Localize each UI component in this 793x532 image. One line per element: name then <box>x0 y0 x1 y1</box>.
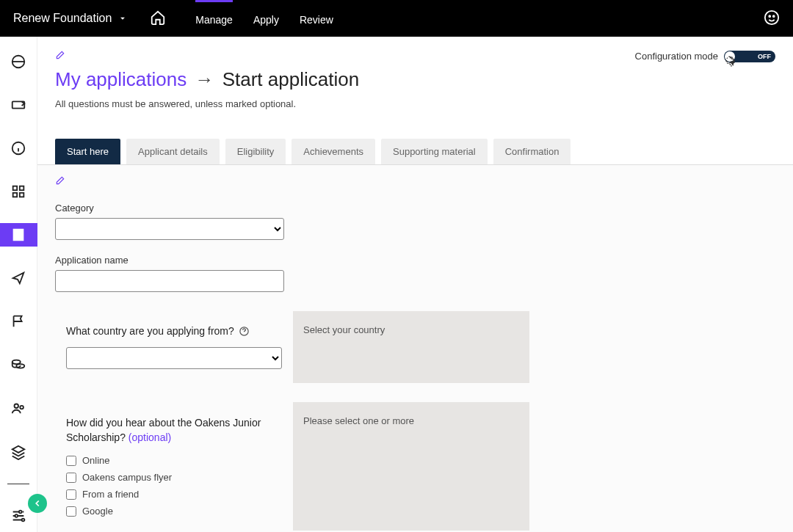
top-bar: Renew Foundation Manage Apply Review <box>0 0 793 37</box>
svg-point-15 <box>19 511 22 514</box>
breadcrumb-arrow: → <box>195 68 214 90</box>
hear-option-friend[interactable]: From a friend <box>66 489 282 500</box>
hear-option-google[interactable]: Google <box>66 506 282 517</box>
svg-rect-7 <box>20 186 24 190</box>
config-mode-label: Configuration mode <box>635 51 718 62</box>
chevron-down-icon <box>117 13 128 23</box>
checkbox-flyer[interactable] <box>66 473 76 483</box>
checkbox-online[interactable] <box>66 456 76 466</box>
main-content: Configuration mode OFF My applications →… <box>37 37 793 532</box>
category-label: Category <box>55 203 284 214</box>
nav-manage[interactable]: Manage <box>195 0 233 37</box>
help-icon[interactable] <box>239 326 250 337</box>
hear-about-panel: How did you hear about the Oakens Junior… <box>55 402 529 531</box>
org-switcher[interactable]: Renew Foundation <box>13 12 128 25</box>
svg-point-2 <box>773 15 775 17</box>
hear-about-hint: Please select one or more <box>293 402 529 531</box>
home-button[interactable] <box>150 10 166 28</box>
gauge-icon <box>10 54 26 70</box>
breadcrumb: My applications → Start application <box>55 68 775 91</box>
tab-supporting-material[interactable]: Supporting material <box>381 139 488 164</box>
config-mode-toggle[interactable]: OFF <box>724 51 775 62</box>
edit-page-button[interactable] <box>55 50 65 62</box>
nav-review[interactable]: Review <box>300 0 333 37</box>
face-icon <box>764 10 780 26</box>
form-tabs: Start here Applicant details Eligibility… <box>37 139 793 165</box>
sidebar-collapse-button[interactable] <box>28 494 47 513</box>
edit-section-button[interactable] <box>55 176 65 188</box>
checkbox-friend[interactable] <box>66 489 76 500</box>
nav-apply[interactable]: Apply <box>253 0 279 37</box>
country-hint: Select your country <box>293 311 529 383</box>
svg-point-0 <box>765 10 778 23</box>
pencil-icon <box>55 50 65 60</box>
application-name-input[interactable] <box>55 270 284 292</box>
svg-rect-6 <box>13 186 18 190</box>
page-subtext: All questions must be answered, unless m… <box>55 98 775 109</box>
svg-point-1 <box>769 15 770 17</box>
side-layers[interactable] <box>0 440 37 463</box>
bookmark-icon <box>10 227 26 243</box>
svg-point-13 <box>15 404 19 409</box>
checkbox-google[interactable] <box>66 506 76 517</box>
layers-icon <box>10 444 26 460</box>
application-name-field: Application name <box>55 255 284 292</box>
side-applications[interactable] <box>0 223 37 246</box>
application-name-label: Application name <box>55 255 284 266</box>
tab-confirmation[interactable]: Confirmation <box>493 139 571 164</box>
hear-about-options: Online Oakens campus flyer From a friend… <box>66 455 282 517</box>
coins-icon <box>10 357 26 373</box>
category-select[interactable] <box>55 218 284 240</box>
tab-achievements[interactable]: Achievements <box>292 139 375 164</box>
side-send[interactable] <box>0 267 37 290</box>
user-menu[interactable] <box>764 10 780 28</box>
side-funds[interactable] <box>0 354 37 376</box>
send-icon <box>10 270 26 286</box>
ticket-icon <box>10 97 26 113</box>
svg-point-14 <box>20 406 23 409</box>
hear-option-flyer[interactable]: Oakens campus flyer <box>66 472 282 483</box>
grid-icon <box>10 183 26 200</box>
side-flag[interactable] <box>0 310 37 333</box>
org-name: Renew Foundation <box>13 12 112 25</box>
country-select[interactable] <box>66 347 282 369</box>
home-icon <box>150 10 166 26</box>
side-grid[interactable] <box>0 180 37 203</box>
breadcrumb-current: Start application <box>222 68 359 90</box>
toggle-knob <box>725 51 735 62</box>
sliders-icon <box>10 508 26 524</box>
flag-icon <box>10 313 26 329</box>
sidebar-separator <box>7 484 29 484</box>
svg-rect-8 <box>13 193 18 197</box>
svg-point-16 <box>15 515 18 518</box>
country-panel: What country are you applying from? Sele… <box>55 311 529 383</box>
side-users[interactable] <box>0 397 37 420</box>
country-question: What country are you applying from? <box>66 325 282 337</box>
left-sidebar <box>0 37 37 532</box>
info-icon <box>10 140 26 156</box>
pencil-icon <box>55 175 65 186</box>
category-field: Category <box>55 203 284 240</box>
form-area: Category Application name What country a… <box>37 165 793 532</box>
side-info[interactable] <box>0 136 37 159</box>
hear-option-online[interactable]: Online <box>66 455 282 466</box>
svg-point-17 <box>22 519 25 522</box>
breadcrumb-parent[interactable]: My applications <box>55 68 187 90</box>
toggle-state: OFF <box>758 53 771 60</box>
nav-links: Manage Apply Review <box>195 0 333 37</box>
side-dashboard[interactable] <box>0 50 37 73</box>
chevron-left-icon <box>32 498 43 509</box>
tab-eligibility[interactable]: Eligibility <box>225 139 286 164</box>
side-tickets[interactable] <box>0 93 37 116</box>
hear-about-question: How did you hear about the Oakens Junior… <box>66 416 282 445</box>
svg-rect-9 <box>20 193 24 197</box>
tab-applicant-details[interactable]: Applicant details <box>126 139 220 164</box>
tab-start-here[interactable]: Start here <box>55 139 120 164</box>
users-icon <box>10 400 26 416</box>
